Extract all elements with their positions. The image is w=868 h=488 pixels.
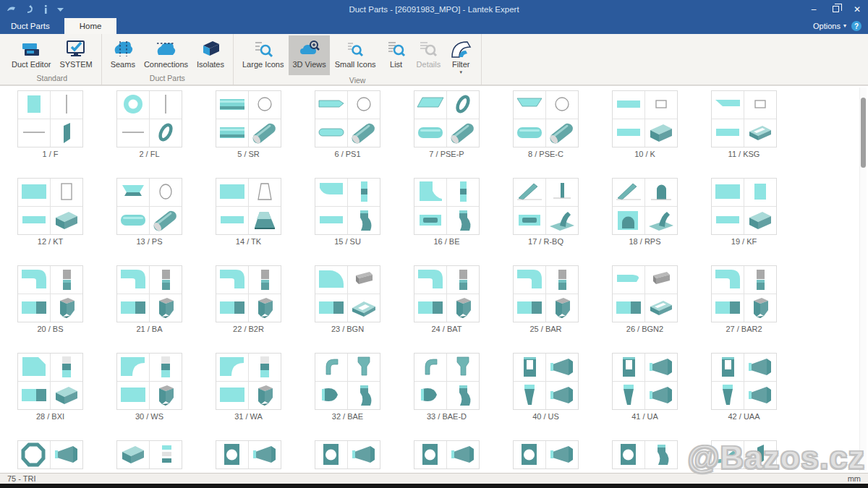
seams-button[interactable]: Seams [107,35,139,73]
part-views-grid [315,353,380,410]
part-tile[interactable]: 18 / RPS [612,178,678,246]
small-icons-button[interactable]: Small Icons [331,35,380,75]
part-label: 31 / WA [216,412,281,421]
quick-access-toolbar [0,5,64,14]
part-view-thumbnail [18,441,50,468]
trans3d-view-icon [447,441,479,468]
panel3d-view-icon [645,266,677,294]
undo-icon[interactable] [25,5,34,14]
part-tile[interactable]: 32 / BAE [315,353,380,421]
part-tile[interactable]: 13 / PS [116,178,182,246]
ribbon-button-label: Large Icons [242,60,284,69]
part-tile[interactable]: 41 / UA [612,353,678,421]
part-view-thumbnail [348,91,380,119]
list-button[interactable]: List [381,35,412,75]
3d-views-button[interactable]: 3D Views [289,35,329,75]
part-tile[interactable]: 17 / R-BQ [513,178,579,246]
qat-dropdown-icon[interactable] [57,7,64,12]
help-button[interactable]: ? [851,21,861,31]
part-tile[interactable]: 11 / KSG [711,90,777,158]
ribbon-button-label: Details [417,60,441,69]
part-tile[interactable]: 14 / TK [216,178,281,246]
part-view-thumbnail [414,294,446,322]
close-button[interactable]: ✕ [846,0,868,18]
info-icon[interactable] [42,5,49,14]
part-tile[interactable]: 12 / KT [17,178,83,246]
part-tile[interactable] [711,440,777,469]
part-tile[interactable]: 5 / SR [216,90,281,158]
duct-editor-button[interactable]: Duct Editor [8,35,54,73]
large-icons-button[interactable]: Large Icons [239,35,287,75]
scrollbar-thumb[interactable] [861,98,866,168]
part-view-thumbnail [315,382,347,409]
part-tile[interactable] [17,440,83,469]
part-tile[interactable] [216,440,281,469]
tab-home[interactable]: Home [64,18,117,34]
part-tile[interactable]: 2 / FL [116,90,182,158]
part-view-thumbnail [645,354,677,381]
bowtie-view-icon [514,91,545,119]
part-tile[interactable] [513,440,579,469]
part-tile[interactable]: 42 / UAA [711,353,777,421]
part-tile[interactable]: 31 / WA [216,353,281,421]
part-view-thumbnail [348,354,380,381]
part-tile[interactable] [315,440,380,469]
part-tile[interactable]: 21 / BA [116,265,182,333]
part-views-grid [17,440,83,469]
options-menu[interactable]: Options ▾ [813,18,851,34]
part-tile[interactable]: 23 / BGN [315,265,380,333]
part-label: 23 / BGN [315,325,380,333]
part-views-grid [216,265,281,322]
restore-button[interactable] [825,0,846,18]
part-tile[interactable]: 20 / BS [17,265,83,333]
part-tile[interactable]: 26 / BGN2 [612,265,678,333]
part-view-thumbnail [645,179,677,206]
part-view-thumbnail [514,179,545,206]
part-tile[interactable] [414,440,480,469]
cap-view-icon [414,382,446,409]
part-tile[interactable]: 8 / PSE-C [513,90,579,158]
restore-icon [833,6,839,12]
part-tile[interactable] [116,440,182,469]
part-tile[interactable]: 33 / BAE-D [414,353,480,421]
part-view-thumbnail [613,119,644,147]
part-tile[interactable]: 40 / US [513,353,579,421]
ring3d-view-icon [150,119,182,147]
rectdark-view-icon [18,294,50,322]
part-tile[interactable]: 27 / BAR2 [711,265,777,333]
part-tile[interactable]: 16 / BE [414,178,480,246]
part-tile[interactable]: 10 / K [612,90,678,158]
part-tile[interactable]: 1 / F [17,90,83,158]
part-tile[interactable]: 19 / KF [711,178,777,246]
part-tile[interactable]: 25 / BAR [513,265,579,333]
isolates-button[interactable]: Isolates [193,35,228,73]
system-button[interactable]: SYSTEM [56,35,95,73]
part-tile[interactable]: 30 / WS [116,353,182,421]
vertical-scrollbar[interactable] [859,87,867,471]
minimize-button[interactable]: – [803,0,825,18]
part-view-thumbnail [447,91,479,119]
part-tile[interactable]: 7 / PSE-P [414,90,480,158]
part-tile[interactable]: 15 / SU [315,178,380,246]
ribbon-buttons-row: Duct EditorSYSTEM [8,35,96,73]
small-icons-icon [344,38,366,59]
filter-button[interactable]: Filter▾ [446,35,476,75]
part-label: 7 / PSE-P [414,150,480,158]
window-controls: – ✕ [803,0,868,18]
part-tile[interactable]: 28 / BXI [17,353,83,421]
tab-duct-parts[interactable]: Duct Parts [0,18,61,34]
vbar3-view-icon [249,354,281,381]
part-view-thumbnail [117,382,149,409]
part-tile[interactable] [612,440,678,469]
part-views-grid [116,440,182,469]
part-views-grid [17,178,83,235]
part-tile[interactable]: 24 / BAT [414,265,480,333]
hline-view-icon [117,119,149,147]
part-tile[interactable]: 22 / B2R [216,265,281,333]
connections-button[interactable]: Connections [140,35,192,73]
part-view-thumbnail [348,294,380,322]
part-view-thumbnail [51,441,82,468]
app-logo-icon[interactable] [7,5,17,14]
funnel-view-icon [447,354,479,381]
part-tile[interactable]: 6 / PS1 [315,90,380,158]
